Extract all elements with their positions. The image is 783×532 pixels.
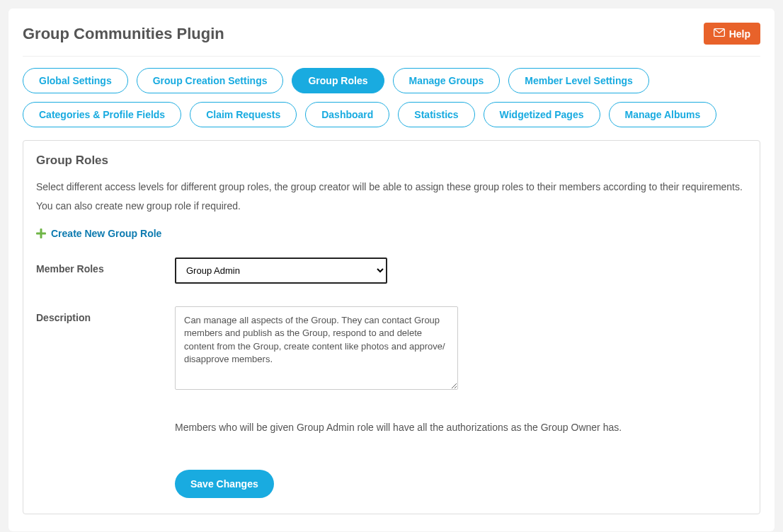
panel-title: Group Roles (36, 154, 747, 168)
create-new-role-link[interactable]: Create New Group Role (36, 228, 747, 239)
member-roles-row: Member Roles Group Admin (36, 258, 747, 284)
tab-global-settings[interactable]: Global Settings (23, 68, 128, 93)
member-roles-select[interactable]: Group Admin (175, 258, 387, 284)
tab-manage-groups[interactable]: Manage Groups (393, 68, 501, 93)
help-label: Help (729, 28, 750, 40)
help-button[interactable]: Help (704, 23, 760, 45)
help-icon (714, 28, 725, 40)
tab-group-creation-settings[interactable]: Group Creation Settings (137, 68, 284, 93)
plus-icon (36, 229, 46, 238)
roles-panel: Group Roles Select different access leve… (23, 140, 760, 514)
panel-description: Select different access levels for diffe… (36, 178, 747, 215)
svg-rect-2 (36, 233, 46, 235)
tab-manage-albums[interactable]: Manage Albums (609, 102, 717, 127)
tab-categories-profile-fields[interactable]: Categories & Profile Fields (23, 102, 181, 127)
tab-dashboard[interactable]: Dashboard (305, 102, 389, 127)
role-note: Members who will be given Group Admin ro… (175, 420, 747, 435)
tab-widgetized-pages[interactable]: Widgetized Pages (484, 102, 600, 127)
page-title: Group Communities Plugin (23, 25, 224, 43)
admin-card: Group Communities Plugin Help Global Set… (8, 8, 775, 531)
create-link-label: Create New Group Role (51, 228, 161, 239)
tab-row: Global Settings Group Creation Settings … (23, 68, 760, 127)
description-row: Description Can manage all aspects of th… (36, 306, 747, 497)
save-changes-button[interactable]: Save Changes (175, 470, 274, 498)
tab-statistics[interactable]: Statistics (398, 102, 474, 127)
member-roles-label: Member Roles (36, 258, 175, 274)
tab-group-roles[interactable]: Group Roles (292, 68, 384, 93)
tab-claim-requests[interactable]: Claim Requests (190, 102, 297, 127)
header: Group Communities Plugin Help (23, 23, 760, 57)
description-textarea[interactable]: Can manage all aspects of the Group. The… (175, 306, 458, 390)
description-label: Description (36, 306, 175, 323)
tab-member-level-settings[interactable]: Member Level Settings (508, 68, 649, 93)
